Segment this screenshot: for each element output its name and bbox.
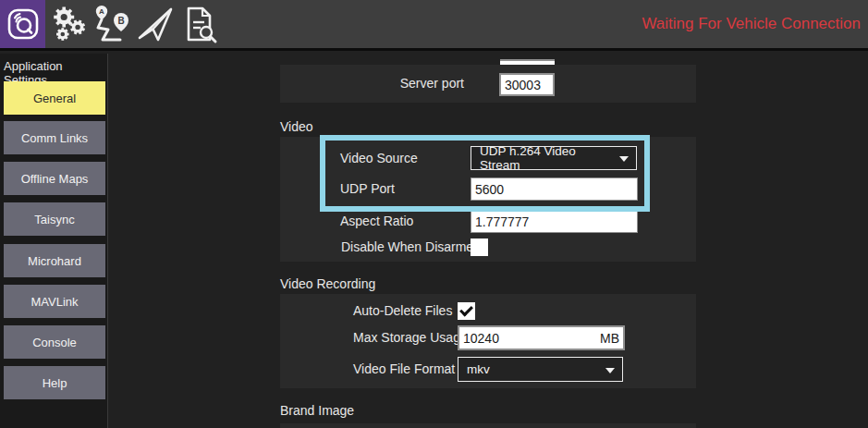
server-port-panel: Server port 30003 [280, 65, 696, 103]
server-port-label: Server port [280, 65, 464, 103]
video-file-format-label: Video File Format [353, 357, 455, 382]
plan-route-icon: A B [92, 4, 132, 44]
top-toolbar: A B Waiting For Vehicle Connection [0, 0, 868, 51]
plan-button[interactable]: A B [90, 0, 133, 48]
video-file-format-value: mkv [467, 362, 490, 376]
max-storage-usage-value: 10240 [463, 331, 499, 346]
video-recording-section-label: Video Recording [280, 276, 375, 291]
sidebar-item-offline-maps[interactable]: Offline Maps [4, 162, 105, 195]
sidebar-item-console[interactable]: Console [4, 325, 105, 359]
video-source-value: UDP h.264 Video Stream [480, 144, 614, 172]
sidebar-item-mavlink[interactable]: MAVLink [4, 285, 105, 318]
sidebar-item-comm-links[interactable]: Comm Links [4, 121, 105, 154]
settings-gears-icon [49, 5, 88, 43]
disable-when-disarmed-checkbox[interactable] [471, 238, 488, 256]
fly-paper-plane-icon [135, 4, 176, 44]
video-section-label: Video [280, 119, 313, 134]
plan-marker-a: A [99, 7, 104, 16]
server-port-input[interactable]: 30003 [499, 73, 555, 96]
sidebar-item-general[interactable]: General [4, 81, 105, 115]
udp-port-label: UDP Port [340, 177, 395, 201]
aspect-ratio-input[interactable]: 1.777777 [471, 210, 638, 233]
sidebar-item-help[interactable]: Help [4, 366, 105, 399]
analyze-button[interactable] [177, 0, 220, 48]
disable-when-disarmed-label: Disable When Disarmed [341, 238, 481, 256]
brand-image-panel [280, 423, 696, 428]
video-source-dropdown[interactable]: UDP h.264 Video Stream [471, 146, 637, 170]
udp-port-input[interactable]: 5600 [471, 177, 638, 201]
aspect-ratio-label: Aspect Ratio [340, 210, 413, 233]
analyze-document-icon [178, 4, 219, 44]
udp-port-value: 5600 [475, 182, 504, 197]
fly-button[interactable] [133, 0, 177, 48]
auto-delete-files-checkbox[interactable] [458, 302, 475, 320]
max-storage-usage-label: Max Storage Usage [353, 325, 468, 350]
max-storage-usage-unit: MB [600, 331, 619, 346]
max-storage-usage-input[interactable]: 10240 MB [458, 325, 625, 350]
settings-sidebar: Application Settings General Comm Links … [0, 54, 108, 428]
sidebar-item-microhard[interactable]: Microhard [4, 244, 105, 277]
server-port-value: 30003 [505, 78, 541, 92]
connection-status: Waiting For Vehicle Connection [642, 0, 861, 48]
video-panel: Video Source UDP h.264 Video Stream UDP … [280, 137, 696, 262]
video-file-format-dropdown[interactable]: mkv [458, 357, 623, 382]
video-recording-panel: Auto-Delete Files Max Storage Usage 1024… [280, 294, 696, 388]
video-source-label: Video Source [340, 146, 418, 170]
brand-image-section-label: Brand Image [280, 403, 354, 418]
plan-marker-b: B [117, 16, 124, 26]
settings-button[interactable] [46, 0, 90, 48]
qgc-logo-icon [6, 6, 41, 42]
auto-delete-files-label: Auto-Delete Files [353, 302, 452, 320]
sidebar-item-taisync[interactable]: Taisync [4, 202, 105, 236]
qgc-logo-button[interactable] [0, 0, 45, 48]
aspect-ratio-value: 1.777777 [475, 214, 529, 229]
qgroundcontrol-window: A B Waiting For Vehicle Connection Appl [0, 0, 868, 428]
